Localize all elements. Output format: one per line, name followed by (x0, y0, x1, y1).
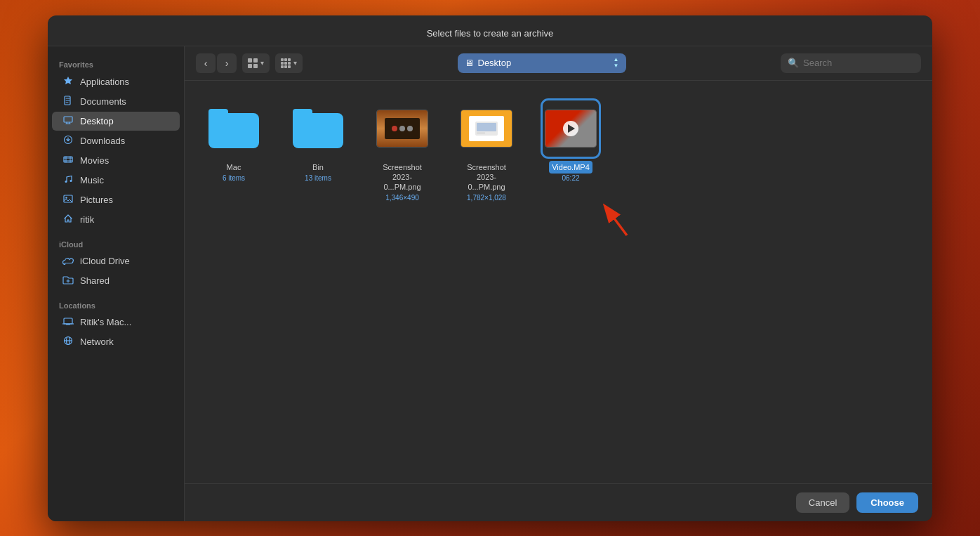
sidebar-item-network[interactable]: Network (52, 332, 180, 351)
documents-icon (62, 96, 74, 107)
search-box: 🔍 (781, 53, 921, 73)
icloud-label: iCloud (48, 235, 184, 251)
svg-rect-13 (477, 123, 496, 131)
sidebar-item-pictures[interactable]: Pictures (52, 190, 180, 209)
location-folder-icon: 🖥 (465, 58, 474, 68)
svg-rect-14 (477, 132, 485, 134)
file-item-screenshot1[interactable]: Screenshot 2023-0...PM.png 1,346×490 (367, 95, 437, 208)
file-item-video[interactable]: Video.MP4 06:22 (536, 95, 606, 208)
ritiks-mac-label: Ritik's Mac... (80, 317, 131, 327)
screenshot2-name: Screenshot 2023-0...PM.png (457, 161, 516, 194)
sidebar-item-movies[interactable]: Movies (52, 151, 180, 170)
toolbar: ‹ › ▾ ▾ (185, 46, 932, 81)
chevron-down-icon: ▾ (260, 59, 264, 67)
applications-icon (62, 76, 74, 88)
music-label: Music (80, 175, 104, 185)
grid2-icon (281, 58, 291, 68)
screenshot2-meta: 1,782×1,028 (467, 194, 506, 202)
pictures-label: Pictures (80, 195, 113, 205)
downloads-label: Downloads (80, 136, 125, 146)
video-thumb (543, 100, 599, 157)
mac-folder-meta: 6 items (223, 174, 245, 182)
svg-point-7 (65, 197, 67, 198)
downloads-icon (62, 135, 74, 147)
movies-icon (62, 155, 74, 166)
svg-rect-9 (66, 324, 70, 325)
file-grid-area: Mac 6 items Bin 13 items (185, 81, 932, 483)
network-label: Network (80, 336, 114, 347)
screenshot2-thumb (458, 100, 515, 157)
location-chevron-icon: ▲ ▼ (614, 57, 619, 69)
file-item-bin[interactable]: Bin 13 items (283, 95, 353, 208)
sidebar-item-applications[interactable]: Applications (52, 72, 180, 91)
applications-label: Applications (80, 77, 129, 87)
choose-button[interactable]: Choose (856, 492, 918, 513)
shared-label: Shared (80, 275, 110, 286)
back-button[interactable]: ‹ (196, 53, 216, 73)
play-icon (563, 121, 578, 136)
documents-label: Documents (80, 96, 126, 107)
svg-rect-1 (64, 117, 72, 122)
title-text: Select files to create an archive (427, 28, 554, 39)
bottom-bar: Cancel Choose (185, 483, 932, 521)
file-grid: Mac 6 items Bin 13 items (199, 95, 918, 208)
main-content: ‹ › ▾ ▾ (185, 46, 932, 521)
laptop-icon (62, 317, 74, 328)
home-icon (62, 214, 74, 225)
red-arrow (581, 186, 637, 242)
view-grid-button[interactable]: ▾ (242, 53, 270, 73)
file-picker-dialog: Select files to create an archive Favori… (48, 15, 932, 521)
icloud-icon (62, 256, 74, 267)
location-text: Desktop (478, 58, 512, 68)
pictures-icon (62, 194, 74, 206)
search-icon: 🔍 (788, 58, 799, 68)
nav-buttons: ‹ › (196, 53, 237, 73)
music-icon (62, 174, 74, 186)
desktop-label: Desktop (80, 116, 114, 126)
screenshot1-thumb (374, 100, 430, 157)
sidebar-item-ritik[interactable]: ritik (52, 210, 180, 229)
bin-folder-meta: 13 items (305, 174, 331, 182)
sidebar-item-music[interactable]: Music (52, 171, 180, 190)
movies-label: Movies (80, 155, 109, 166)
screenshot1-meta: 1,346×490 (385, 194, 419, 202)
locations-label: Locations (48, 296, 184, 313)
sidebar-item-ritiks-mac[interactable]: Ritik's Mac... (52, 313, 180, 332)
location-selector[interactable]: 🖥 Desktop ▲ ▼ (458, 53, 626, 73)
bin-folder-thumb (290, 100, 346, 157)
sidebar-item-shared[interactable]: Shared (52, 271, 180, 290)
video-name: Video.MP4 (549, 161, 592, 174)
favorites-label: Favorites (48, 55, 184, 72)
search-input[interactable] (803, 58, 914, 68)
icloud-drive-label: iCloud Drive (80, 256, 130, 266)
shared-folder-icon (62, 275, 74, 287)
screenshot1-name: Screenshot 2023-0...PM.png (373, 161, 432, 194)
bin-folder-name: Bin (310, 161, 326, 174)
sidebar-item-desktop[interactable]: Desktop (52, 112, 180, 131)
svg-rect-3 (64, 157, 72, 162)
file-item-screenshot2[interactable]: Screenshot 2023-0...PM.png 1,782×1,028 (451, 95, 522, 208)
svg-rect-8 (64, 318, 72, 324)
sidebar-item-documents[interactable]: Documents (52, 92, 180, 111)
location-bar: 🖥 Desktop ▲ ▼ (308, 53, 775, 73)
mac-folder-thumb (206, 100, 262, 157)
chevron-down-icon2: ▾ (293, 59, 297, 67)
sidebar-item-icloud-drive[interactable]: iCloud Drive (52, 252, 180, 270)
file-item-mac[interactable]: Mac 6 items (199, 95, 269, 208)
svg-point-4 (65, 181, 67, 183)
sidebar-item-downloads[interactable]: Downloads (52, 131, 180, 150)
ritik-label: ritik (80, 214, 94, 225)
sidebar: Favorites Applications Documents (48, 46, 185, 521)
dialog-title: Select files to create an archive (48, 15, 932, 46)
network-icon (62, 336, 74, 348)
mac-folder-name: Mac (224, 161, 244, 174)
cancel-button[interactable]: Cancel (796, 492, 849, 513)
grid-icon (248, 58, 258, 68)
desktop-icon (62, 115, 74, 127)
view-grid2-button[interactable]: ▾ (275, 53, 303, 73)
svg-point-5 (70, 180, 72, 182)
video-meta: 06:22 (562, 174, 579, 182)
forward-button[interactable]: › (217, 53, 237, 73)
